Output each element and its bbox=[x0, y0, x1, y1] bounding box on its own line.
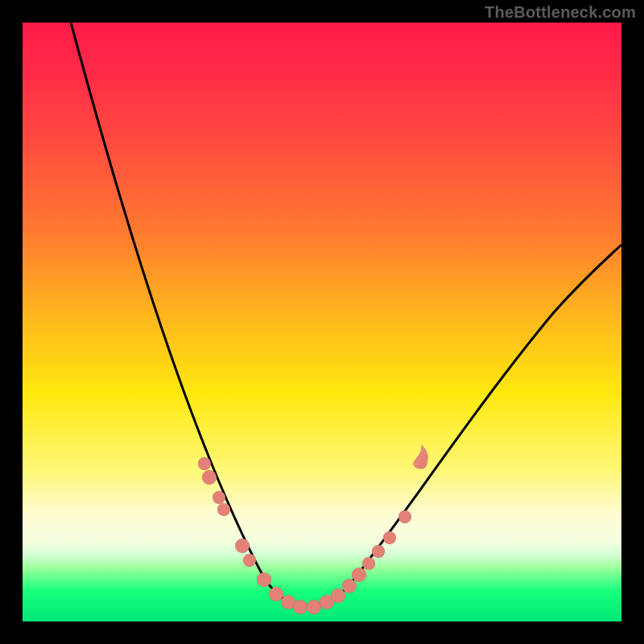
marker-dot bbox=[235, 539, 250, 553]
flame-icon bbox=[413, 444, 428, 469]
curve-layer bbox=[23, 23, 621, 621]
bottleneck-curve bbox=[71, 23, 621, 606]
marker-dot bbox=[202, 470, 217, 485]
marker-dot bbox=[213, 491, 225, 504]
watermark-text: TheBottleneck.com bbox=[485, 3, 636, 22]
marker-dot bbox=[362, 557, 375, 570]
marker-dot bbox=[372, 545, 385, 558]
marker-dot bbox=[383, 531, 396, 544]
marker-dot bbox=[398, 510, 411, 523]
marker-dot bbox=[352, 568, 366, 582]
marker-dot bbox=[269, 587, 283, 601]
markers-bottom bbox=[293, 588, 345, 614]
marker-dot bbox=[342, 579, 357, 593]
marker-dot bbox=[293, 600, 308, 614]
chart-frame: TheBottleneck.com bbox=[0, 0, 644, 644]
markers-left bbox=[198, 457, 295, 609]
marker-dot bbox=[307, 600, 321, 614]
marker-dot bbox=[331, 588, 345, 603]
marker-dot bbox=[217, 503, 230, 516]
marker-dot bbox=[257, 572, 271, 587]
marker-dot bbox=[243, 554, 256, 567]
markers-right bbox=[342, 510, 411, 593]
marker-dot bbox=[198, 457, 211, 470]
